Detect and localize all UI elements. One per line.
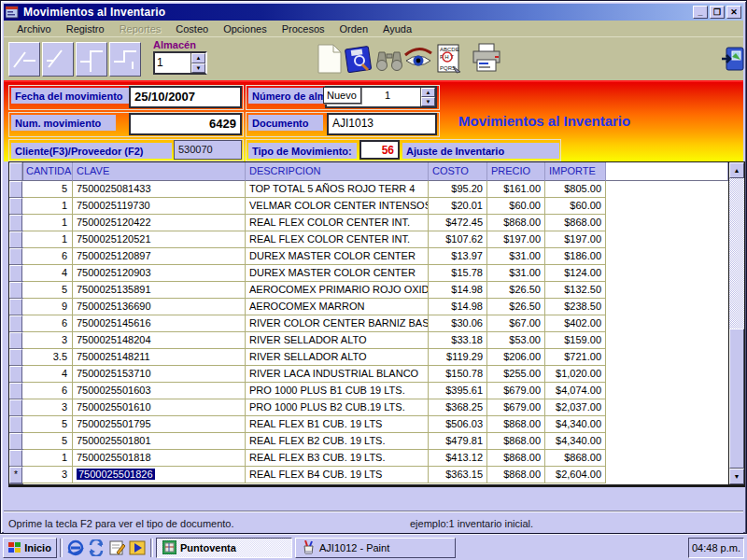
nav-prev-button[interactable] <box>42 42 74 77</box>
vertical-scrollbar[interactable]: ▲ ▼ <box>728 162 744 484</box>
cell-importe[interactable]: $868.00 <box>545 450 606 467</box>
cell-cantidad[interactable]: 1 <box>22 215 73 231</box>
row-selector[interactable] <box>9 282 22 299</box>
grid-row[interactable]: 17500025120422REAL FLEX COLOR CENTER INT… <box>9 215 728 231</box>
cell-importe[interactable]: $4,340.00 <box>545 416 606 433</box>
menu-ayuda[interactable]: Ayuda <box>375 22 419 35</box>
find-binoculars-button[interactable] <box>374 42 404 76</box>
cell-precio[interactable]: $679.00 <box>487 383 545 399</box>
cell-costo[interactable]: $107.62 <box>429 231 487 248</box>
cell-descripcion[interactable]: AEROCOMEX MARRON <box>246 299 429 315</box>
cell-clave[interactable]: 7500025501818 <box>73 450 246 467</box>
print-button[interactable] <box>469 42 504 76</box>
cell-clave[interactable]: 7500025119730 <box>73 198 246 215</box>
close-button[interactable]: ✕ <box>726 6 741 19</box>
row-selector[interactable] <box>9 433 22 450</box>
row-selector[interactable] <box>9 332 22 349</box>
cell-descripcion[interactable]: RIVER SELLADOR ALTO <box>246 332 429 349</box>
cell-clave[interactable]: 7500025501795 <box>73 416 246 433</box>
cell-descripcion[interactable]: DUREX MASTER COLOR CENTER <box>246 248 429 265</box>
cell-descripcion[interactable]: VELMAR COLOR CENTER INTENSOS <box>246 198 429 215</box>
cell-cantidad[interactable]: 5 <box>22 282 73 299</box>
grid-row[interactable]: 57500025081433TOP TOTAL 5 AÑOS ROJO TERR… <box>9 181 728 198</box>
row-selector[interactable] <box>9 349 22 366</box>
cell-clave[interactable]: 7500025501801 <box>73 433 246 450</box>
cell-clave[interactable]: 7500025501610 <box>73 399 246 416</box>
cell-clave[interactable]: 7500025136690 <box>73 299 246 315</box>
cell-cantidad[interactable]: 6 <box>22 315 73 332</box>
cell-cantidad[interactable]: 5 <box>22 416 73 433</box>
cell-descripcion[interactable]: RIVER COLOR CENTER BARNIZ BASE <box>246 315 429 332</box>
grid-row[interactable]: 67500025501603PRO 1000 PLUS B1 CUB 19 LT… <box>9 383 728 399</box>
exit-door-button[interactable] <box>718 42 747 76</box>
cell-descripcion[interactable]: REAL FLEX COLOR CENTER INT. <box>246 231 429 248</box>
cell-cantidad[interactable]: 4 <box>22 265 73 282</box>
start-button[interactable]: Inicio <box>3 538 57 558</box>
cell-cantidad[interactable]: 4 <box>22 366 73 383</box>
cell-precio[interactable]: $26.50 <box>487 299 545 315</box>
num-movimiento-input[interactable]: 6429 <box>129 113 242 135</box>
task-paint[interactable]: AJI1012 - Paint <box>295 538 456 558</box>
cell-cantidad[interactable]: 3.5 <box>22 349 73 366</box>
grid-row[interactable]: 97500025136690AEROCOMEX MARRON$14.98$26.… <box>9 299 728 315</box>
cell-clave[interactable]: 7500025120521 <box>73 231 246 248</box>
nav-first-button[interactable] <box>8 42 40 77</box>
scrollbar-thumb[interactable] <box>729 329 744 469</box>
row-selector[interactable] <box>9 265 22 282</box>
grid-row[interactable]: 57500025501795REAL FLEX B1 CUB. 19 LTS$5… <box>9 416 728 433</box>
cell-clave[interactable]: 7500025135891 <box>73 282 246 299</box>
cell-importe[interactable]: $721.00 <box>545 349 606 366</box>
cell-clave[interactable]: 7500025120903 <box>73 265 246 282</box>
cell-cantidad[interactable]: 6 <box>22 383 73 399</box>
cell-costo[interactable]: $413.12 <box>429 450 487 467</box>
cell-costo[interactable]: $30.06 <box>429 315 487 332</box>
row-selector[interactable] <box>9 366 22 383</box>
grid-row[interactable]: 57500025135891AEROCOMEX PRIMARIO ROJO OX… <box>9 282 728 299</box>
col-header-costo[interactable]: COSTO <box>429 162 487 181</box>
grid-row[interactable]: 57500025501801REAL FLEX B2 CUB. 19 LTS.$… <box>9 433 728 450</box>
cell-descripcion[interactable]: REAL FLEX B3 CUB. 19 LTS. <box>246 450 429 467</box>
grid-row[interactable]: *37500025501826REAL FLEX B4 CUB. 19 LTS$… <box>9 467 728 483</box>
cell-cantidad[interactable]: 6 <box>22 248 73 265</box>
cell-descripcion[interactable]: TOP TOTAL 5 AÑOS ROJO TERR 4 <box>246 181 429 198</box>
cell-descripcion[interactable]: PRO 1000 PLUS B2 CUB.19 LTS. <box>246 399 429 416</box>
fecha-input[interactable]: 25/10/2007 <box>129 86 242 108</box>
cell-cantidad[interactable]: 1 <box>22 231 73 248</box>
cell-costo[interactable]: $95.20 <box>429 181 487 198</box>
cell-cantidad[interactable]: 1 <box>22 198 73 215</box>
cell-costo[interactable]: $472.45 <box>429 215 487 231</box>
col-header-descripcion[interactable]: DESCRIPCION <box>246 162 429 181</box>
grid-row[interactable]: 3.57500025148211RIVER SELLADOR ALTO$119.… <box>9 349 728 366</box>
cell-clave[interactable]: 7500025148211 <box>73 349 246 366</box>
cell-importe[interactable]: $186.00 <box>545 248 606 265</box>
cell-descripcion[interactable]: AEROCOMEX PRIMARIO ROJO OXIDO <box>246 282 429 299</box>
cell-clave[interactable]: 7500025153710 <box>73 366 246 383</box>
quicklaunch-media-icon[interactable] <box>127 539 148 557</box>
new-document-button[interactable] <box>315 42 345 76</box>
cell-descripcion[interactable]: REAL FLEX COLOR CENTER INT. <box>246 215 429 231</box>
grid-row[interactable]: 17500025120521REAL FLEX COLOR CENTER INT… <box>9 231 728 248</box>
cell-clave[interactable]: 7500025501826 <box>73 467 246 483</box>
row-selector[interactable]: * <box>9 467 22 483</box>
cell-cantidad[interactable]: 9 <box>22 299 73 315</box>
quicklaunch-notes-icon[interactable] <box>106 539 127 557</box>
cell-costo[interactable]: $395.61 <box>429 383 487 399</box>
save-search-button[interactable] <box>344 42 374 76</box>
cell-cantidad[interactable]: 1 <box>22 450 73 467</box>
cell-descripcion[interactable]: RIVER SELLADOR ALTO <box>246 349 429 366</box>
cell-importe[interactable]: $132.50 <box>545 282 606 299</box>
cell-costo[interactable]: $13.97 <box>429 248 487 265</box>
cell-clave[interactable]: 7500025501603 <box>73 383 246 399</box>
menu-opciones[interactable]: Opciones <box>216 22 274 35</box>
row-selector[interactable] <box>9 231 22 248</box>
col-header-precio[interactable]: PRECIO <box>487 162 545 181</box>
cell-precio[interactable]: $31.00 <box>487 248 545 265</box>
cell-precio[interactable]: $26.50 <box>487 282 545 299</box>
cell-precio[interactable]: $868.00 <box>487 450 545 467</box>
quicklaunch-channels-icon[interactable] <box>86 539 106 557</box>
cell-descripcion[interactable]: DUREX MASTER COLOR CENTER <box>246 265 429 282</box>
almacen-spin-down-icon[interactable]: ▼ <box>191 63 205 74</box>
restore-button[interactable]: ❐ <box>710 6 725 19</box>
row-selector[interactable] <box>9 399 22 416</box>
nav-last-button[interactable] <box>109 42 141 77</box>
